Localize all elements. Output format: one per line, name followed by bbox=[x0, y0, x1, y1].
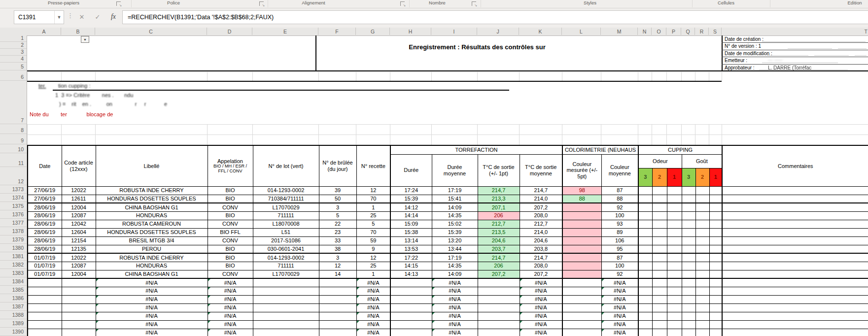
cell-E1378[interactable]: L51 bbox=[253, 228, 319, 236]
cell-L1374[interactable]: 88 bbox=[562, 195, 601, 203]
cell-C1389[interactable]: #N/A bbox=[96, 320, 208, 329]
cell-L1380[interactable] bbox=[562, 245, 601, 253]
cell-C1376[interactable]: HONDURAS bbox=[96, 211, 208, 220]
column-header-T[interactable]: T bbox=[722, 28, 868, 35]
cell-H1380[interactable]: 13:53 bbox=[390, 245, 432, 253]
cell-O1379[interactable] bbox=[652, 236, 667, 245]
cell-L1379[interactable] bbox=[562, 236, 601, 245]
cell-R1385[interactable] bbox=[695, 287, 709, 295]
cell-Q1373[interactable] bbox=[682, 186, 695, 195]
header-couleur-moyenne[interactable]: Couleur moyenne bbox=[601, 154, 638, 186]
header-duree-moyenne[interactable]: Durée moyenne bbox=[432, 154, 478, 186]
cell-H1383[interactable]: 14:13 bbox=[390, 270, 432, 278]
cell-S1381[interactable] bbox=[709, 253, 722, 262]
row-header-3[interactable]: 3 bbox=[0, 49, 27, 56]
cell-I1384[interactable]: #N/A bbox=[432, 278, 478, 287]
column-header-H[interactable]: H bbox=[390, 28, 431, 35]
cell-L1378[interactable] bbox=[562, 228, 601, 236]
cell-O1374[interactable] bbox=[652, 195, 667, 203]
cell-N1381[interactable] bbox=[638, 253, 652, 262]
cell-G1386[interactable]: #N/A bbox=[356, 295, 390, 303]
cell-P1379[interactable] bbox=[667, 236, 682, 245]
header-t-sortie-moyenne[interactable]: T°C de sortie moyenne bbox=[520, 154, 562, 186]
cell-I1377[interactable]: 15:02 bbox=[432, 220, 478, 228]
row-header-8[interactable]: 8 bbox=[0, 125, 27, 134]
cell-A1377[interactable]: 28/06/19 bbox=[28, 220, 62, 228]
cell-T1379[interactable] bbox=[722, 236, 868, 245]
cell-G1378[interactable]: 70 bbox=[356, 228, 390, 236]
column-header-B[interactable]: B bbox=[61, 28, 95, 35]
cell-F1383[interactable]: 14 bbox=[319, 270, 356, 278]
cell-A1387[interactable] bbox=[28, 303, 62, 312]
dialog-launcher-icon[interactable] bbox=[259, 1, 264, 6]
cell-L1389[interactable] bbox=[562, 320, 601, 329]
cell-R1390[interactable] bbox=[695, 329, 709, 336]
cell-D1379[interactable]: CONV bbox=[208, 236, 253, 245]
cell-A1386[interactable] bbox=[28, 295, 62, 303]
cell-K1374[interactable]: 214,0 bbox=[520, 195, 562, 203]
column-header-G[interactable]: G bbox=[356, 28, 390, 35]
cupping-scale-1[interactable]: 1 bbox=[709, 168, 722, 186]
cell-K1379[interactable]: 204,6 bbox=[520, 236, 562, 245]
column-header-I[interactable]: I bbox=[431, 28, 477, 35]
cell-T1390[interactable] bbox=[722, 329, 868, 336]
cell-D1382[interactable]: BIO bbox=[208, 262, 253, 270]
cell-Q1390[interactable] bbox=[682, 329, 695, 336]
cell-H1382[interactable]: 14:15 bbox=[390, 262, 432, 270]
cell-O1389[interactable] bbox=[652, 320, 667, 329]
cell-N1377[interactable] bbox=[638, 220, 652, 228]
cell-F1384[interactable] bbox=[319, 278, 356, 287]
cell-F1373[interactable]: 39 bbox=[319, 186, 356, 195]
cell-P1380[interactable] bbox=[667, 245, 682, 253]
cell-E1377[interactable]: L18070008 bbox=[253, 220, 319, 228]
cell-M1374[interactable]: 88 bbox=[601, 195, 638, 203]
cell-I1373[interactable]: 17:19 bbox=[432, 186, 478, 195]
cell-I1386[interactable]: #N/A bbox=[432, 295, 478, 303]
cupping-scale-1[interactable]: 1 bbox=[667, 168, 682, 186]
cell-D1376[interactable]: BIO bbox=[208, 211, 253, 220]
autofilter-dropdown-button[interactable]: ▼ bbox=[81, 36, 89, 43]
cell-A1380[interactable]: 28/06/19 bbox=[28, 245, 62, 253]
cell-G1373[interactable]: 12 bbox=[356, 186, 390, 195]
cell-S1384[interactable] bbox=[709, 278, 722, 287]
cell-P1389[interactable] bbox=[667, 320, 682, 329]
cell-N1384[interactable] bbox=[638, 278, 652, 287]
cell-B1381[interactable]: 12022 bbox=[62, 253, 96, 262]
cell-L1375[interactable] bbox=[562, 203, 601, 211]
row-header-1377[interactable]: 1377 bbox=[0, 219, 27, 227]
cell-R1379[interactable] bbox=[695, 236, 709, 245]
cell-F1389[interactable] bbox=[319, 320, 356, 329]
cell-N1386[interactable] bbox=[638, 295, 652, 303]
column-header-O[interactable]: O bbox=[652, 28, 666, 35]
cell-J1387[interactable] bbox=[478, 303, 520, 312]
cell-A1379[interactable]: 28/06/19 bbox=[28, 236, 62, 245]
cell-N1390[interactable] bbox=[638, 329, 652, 336]
cell-F1382[interactable]: 12 bbox=[319, 262, 356, 270]
cell-N1375[interactable] bbox=[638, 203, 652, 211]
cell-Q1382[interactable] bbox=[682, 262, 695, 270]
cell-O1381[interactable] bbox=[652, 253, 667, 262]
cell-P1376[interactable] bbox=[667, 211, 682, 220]
column-header-D[interactable]: D bbox=[207, 28, 252, 35]
header-group-cupping[interactable]: CUPPING bbox=[638, 145, 722, 154]
cell-A1389[interactable] bbox=[28, 320, 62, 329]
cell-J1390[interactable] bbox=[478, 329, 520, 336]
cell-K1373[interactable]: 214,7 bbox=[520, 186, 562, 195]
cell-N1389[interactable] bbox=[638, 320, 652, 329]
cell-I1382[interactable]: 14:35 bbox=[432, 262, 478, 270]
cell-A1385[interactable] bbox=[28, 287, 62, 295]
cell-A1375[interactable]: 28/06/19 bbox=[28, 203, 62, 211]
cell-C1383[interactable]: CHINA BAOSHAN G1 bbox=[96, 270, 208, 278]
cell-H1376[interactable]: 14:14 bbox=[390, 211, 432, 220]
cell-L1390[interactable] bbox=[562, 329, 601, 336]
cell-B1374[interactable]: 12611 bbox=[62, 195, 96, 203]
cell-O1385[interactable] bbox=[652, 287, 667, 295]
cell-Q1377[interactable] bbox=[682, 220, 695, 228]
cell-P1375[interactable] bbox=[667, 203, 682, 211]
cell-G1374[interactable]: 70 bbox=[356, 195, 390, 203]
cell-S1387[interactable] bbox=[709, 303, 722, 312]
cell-C1387[interactable]: #N/A bbox=[96, 303, 208, 312]
row-header-1[interactable]: 1 bbox=[0, 35, 27, 42]
cell-S1374[interactable] bbox=[709, 195, 722, 203]
cell-S1375[interactable] bbox=[709, 203, 722, 211]
